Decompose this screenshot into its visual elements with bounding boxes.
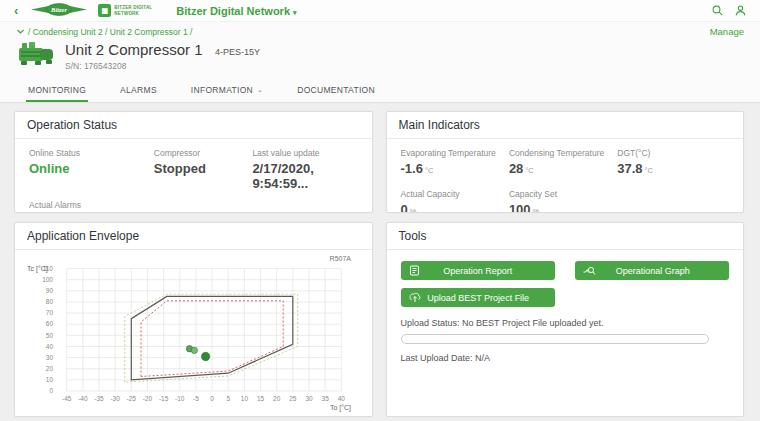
x-axis-label: To [°C] (330, 404, 351, 412)
y-tick-label: 0 (49, 387, 53, 394)
tab-alarms[interactable]: ALARMS (118, 81, 159, 102)
upload-best-project-button[interactable]: Upload BEST Project File (401, 288, 555, 307)
x-tick-label: -20 (143, 395, 153, 402)
y-axis-label: Tc [°C] (27, 265, 48, 273)
dgt-field: DGT(°C) 37.8°C (617, 148, 729, 176)
application-envelope-panel: Application Envelope 0102030405060708090… (14, 222, 373, 417)
operation-report-button[interactable]: Operation Report (401, 261, 555, 280)
x-tick-label: 15 (257, 395, 265, 402)
operation-status-panel: Operation Status Online Status Online Co… (14, 111, 373, 213)
bdn-logo-icon: ▩ (98, 4, 111, 17)
tab-documentation[interactable]: DOCUMENTATION (295, 81, 377, 102)
x-tick-label: 25 (289, 395, 297, 402)
condensing-temperature-field: Condensing Temperature 28°C (509, 148, 617, 176)
bdn-logo: ▩ BITZER DIGITAL NETWORK (98, 4, 152, 17)
top-app-bar: ‹ Bitzer ▩ BITZER DIGITAL NETWORK Bitzer… (0, 0, 760, 22)
upload-status-text: Upload Status: No BEST Project File uplo… (401, 318, 730, 328)
panel-title: Application Envelope (15, 223, 372, 250)
x-tick-label: -10 (175, 395, 185, 402)
y-tick-label: 100 (42, 276, 53, 283)
device-title: Unit 2 Compressor 1 (65, 41, 203, 58)
refrigerant-label: R507A (330, 255, 352, 262)
y-tick-label: 10 (46, 376, 54, 383)
device-serial: S/N: 176543208 (65, 61, 260, 71)
x-tick-label: -40 (78, 395, 88, 402)
last-upload-date-text: Last Upload Date: N/A (401, 353, 730, 363)
x-tick-label: -45 (62, 395, 72, 402)
envelope-chart: 0102030405060708090100110-45-40-35-30-25… (25, 253, 360, 413)
y-tick-label: 70 (46, 309, 54, 316)
y-tick-label: 50 (46, 332, 54, 339)
x-tick-label: 40 (338, 395, 346, 402)
compressor-state-value: Stopped (154, 161, 253, 176)
operating-point (201, 352, 209, 360)
x-tick-label: -25 (127, 395, 137, 402)
y-tick-label: 90 (46, 287, 54, 294)
x-tick-label: -5 (193, 395, 199, 402)
app-title-dropdown[interactable]: Bitzer Digital Network▾ (176, 5, 296, 17)
upload-icon (409, 292, 421, 303)
y-tick-label: 80 (46, 298, 54, 305)
user-icon[interactable] (735, 5, 746, 16)
actual-alarms-field: Actual Alarms ✓ No Actual Alarms (29, 200, 358, 213)
page-header: / Condensing Unit 2 / Unit 2 Compressor … (0, 22, 760, 103)
tools-panel: Tools Operation Report Operational Graph (386, 222, 745, 417)
x-tick-label: 20 (273, 395, 281, 402)
bitzer-logo: Bitzer (30, 2, 88, 20)
online-status-value: Online (29, 161, 154, 176)
main-content: Operation Status Online Status Online Co… (0, 103, 760, 421)
tab-information[interactable]: INFORMATION⌄ (189, 81, 265, 102)
x-tick-label: -30 (110, 395, 120, 402)
main-indicators-panel: Main Indicators Evaporating Temperature … (386, 111, 745, 213)
operating-point (191, 347, 197, 353)
x-tick-label: -15 (159, 395, 169, 402)
operational-graph-button[interactable]: Operational Graph (575, 261, 729, 280)
tab-bar: MONITORING ALARMS INFORMATION⌄ DOCUMENTA… (16, 81, 744, 102)
report-icon (409, 265, 420, 276)
panel-title: Tools (387, 223, 744, 250)
last-update-field: Last value update 2/17/2020, 9:54:59... (252, 148, 357, 191)
manage-link[interactable]: Manage (710, 26, 744, 37)
svg-text:Bitzer: Bitzer (50, 5, 67, 12)
back-icon[interactable]: ‹ (14, 4, 18, 17)
graph-icon (583, 265, 596, 276)
chevron-down-icon: ⌄ (257, 86, 263, 94)
x-tick-label: 30 (305, 395, 313, 402)
last-update-value: 2/17/2020, 9:54:59... (252, 161, 357, 191)
y-tick-label: 20 (46, 365, 54, 372)
x-tick-label: 35 (322, 395, 330, 402)
x-tick-label: 10 (241, 395, 249, 402)
y-tick-label: 40 (46, 343, 54, 350)
compressor-image (16, 40, 56, 71)
search-icon[interactable] (712, 5, 723, 16)
chevron-down-icon (16, 28, 25, 35)
panel-title: Operation Status (15, 112, 372, 139)
compressor-state-field: Compressor Stopped (154, 148, 253, 191)
y-tick-label: 60 (46, 320, 54, 327)
x-tick-label: -35 (94, 395, 104, 402)
y-tick-label: 30 (46, 354, 54, 361)
capacity-set-field: Capacity Set 100% (509, 189, 617, 213)
actual-capacity-field: Actual Capacity 0% (401, 189, 509, 213)
bdn-logo-text: BITZER DIGITAL NETWORK (114, 5, 152, 15)
evaporating-temperature-field: Evaporating Temperature -1.6°C (401, 148, 509, 176)
breadcrumb[interactable]: / Condensing Unit 2 / Unit 2 Compressor … (16, 27, 192, 37)
panel-title: Main Indicators (387, 112, 744, 139)
online-status-field: Online Status Online (29, 148, 154, 191)
device-model: 4-PES-15Y (215, 47, 260, 57)
tab-monitoring[interactable]: MONITORING (26, 81, 88, 102)
x-tick-label: 5 (226, 395, 230, 402)
chevron-down-icon: ▾ (293, 9, 297, 16)
upload-progress-bar (401, 334, 710, 344)
x-tick-label: 0 (210, 395, 214, 402)
